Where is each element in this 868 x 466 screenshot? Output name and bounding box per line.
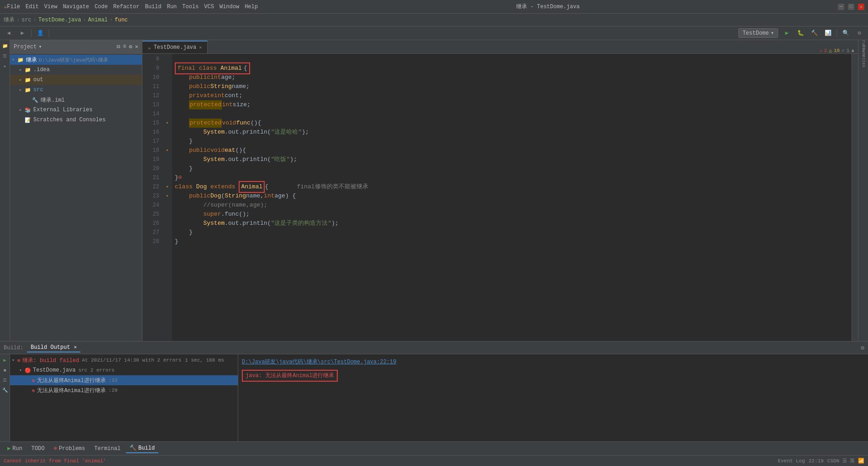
collapse-all-icon[interactable]: ⊟ <box>117 43 120 50</box>
breadcrumb-method[interactable]: func <box>115 17 128 23</box>
favorites-tool-icon[interactable]: Favorites <box>859 52 868 60</box>
menu-vcs[interactable]: VCS <box>204 4 214 10</box>
file-error-icon: 🔴 <box>25 368 31 373</box>
code-line-14 <box>172 109 852 119</box>
build-output-panel: D:\Java研发\java代码\继承\src\TestDome.java:22… <box>238 354 868 441</box>
run-config-label: TestDome <box>743 30 769 36</box>
folder-icon-src: 📁 <box>25 87 32 93</box>
menu-bar[interactable]: File Edit View Navigate Code Refactor Bu… <box>7 4 258 10</box>
code-content[interactable]: final class Animal { public int age; pub… <box>172 54 852 341</box>
tree-item-scratches[interactable]: 📝 Scratches and Consoles <box>10 115 142 125</box>
title-bar-left: ☕ <box>4 3 7 10</box>
tab-build[interactable]: 🔨 Build <box>126 444 158 453</box>
menu-build[interactable]: Build <box>145 4 162 10</box>
user-button[interactable]: 👤 <box>35 28 45 38</box>
build-tree-item-error2[interactable]: ⊗ 无法从最终Animal进行继承 :29 <box>10 385 238 395</box>
menu-code[interactable]: Code <box>94 4 108 10</box>
stop-build-icon[interactable]: ■ <box>1 366 9 374</box>
settings-button[interactable]: ⚙ <box>854 28 864 38</box>
left-activity-bar: 📁 ☰ ★ <box>0 40 10 341</box>
coverage-button[interactable]: 📊 <box>823 28 833 38</box>
build-settings-icon[interactable]: ⚙ <box>861 344 864 352</box>
close-panel-icon[interactable]: ✕ <box>135 43 138 50</box>
code-line-23: public Dog(String name,int age) { <box>172 192 852 201</box>
back-button[interactable]: ◀ <box>4 28 14 38</box>
run-config-dropdown[interactable]: TestDome ▾ <box>738 28 778 38</box>
hint-count: 1 <box>847 48 850 53</box>
code-line-16: System.out.println("这是哈哈"); <box>172 128 852 137</box>
minimize-button[interactable]: — <box>838 4 844 10</box>
todo-tab-label: TODO <box>31 445 45 452</box>
editor-tab-testdome[interactable]: ☕ TestDome.java ✕ <box>142 41 208 53</box>
debug-button[interactable]: 🐛 <box>795 28 805 38</box>
breadcrumb-src[interactable]: src <box>21 17 31 23</box>
menu-window[interactable]: Window <box>220 4 239 10</box>
maximize-button[interactable]: □ <box>848 4 854 10</box>
search-button[interactable]: 🔍 <box>841 28 851 38</box>
tree-item-src[interactable]: ▸ 📁 src <box>10 85 142 95</box>
run-tab-icon: ▶ <box>7 445 10 452</box>
output-file-path[interactable]: D:\Java研发\java代码\继承\src\TestDome.java:22… <box>242 359 396 365</box>
bottom-tab-bar: Build: Build Output × ⚙ <box>0 342 868 354</box>
breadcrumb-project[interactable]: 继承 <box>4 16 15 24</box>
title-bar: ☕ File Edit View Navigate Code Refactor … <box>0 0 868 14</box>
project-icon[interactable]: 📁 <box>1 42 9 50</box>
tree-item-iml[interactable]: 🔧 继承.iml <box>10 95 142 105</box>
code-line-18: public void eat(){ <box>172 146 852 155</box>
output-path-line[interactable]: D:\Java研发\java代码\继承\src\TestDome.java:22… <box>242 358 864 366</box>
menu-view[interactable]: View <box>44 4 58 10</box>
menu-run[interactable]: Run <box>167 4 177 10</box>
code-line-15: protected void func(){ <box>172 119 852 128</box>
build-tree-item-error1[interactable]: ⊗ 无法从最终Animal进行继承 :22 <box>10 375 238 385</box>
menu-edit[interactable]: Edit <box>26 4 39 10</box>
tree-item-root[interactable]: ▾ 📁 继承 D:\Java研发\java代码\继承 <box>10 55 142 65</box>
structure-icon[interactable]: ☰ <box>1 52 9 60</box>
bookmarks-icon[interactable]: ★ <box>1 62 9 70</box>
bottom-tool-tabs: ▶ Run TODO ⊗ Problems Terminal 🔨 Build <box>0 441 868 455</box>
menu-tools[interactable]: Tools <box>182 4 199 10</box>
tab-close-icon[interactable]: ✕ <box>199 45 202 50</box>
tab-run[interactable]: ▶ Run <box>4 444 26 453</box>
build-button[interactable]: 🔨 <box>809 28 819 38</box>
menu-navigate[interactable]: Navigate <box>63 4 89 10</box>
tab-todo[interactable]: TODO <box>28 445 48 453</box>
java-file-icon: ☕ <box>148 45 151 51</box>
separator-3 <box>837 29 837 37</box>
rerun-build-icon[interactable]: ▶ <box>1 356 9 364</box>
build-tree-item-root[interactable]: ▾ ⊗ 继承: build failed At 2021/11/17 14:30… <box>10 355 238 365</box>
code-line-8 <box>172 55 852 64</box>
output-error-box: java: 无法从最终Animal进行继承 <box>242 370 338 382</box>
build-tree-item-file[interactable]: ▾ 🔴 TestDome.java src 2 errors <box>10 365 238 375</box>
settings-icon[interactable]: ≡ <box>123 43 126 50</box>
folder-icon-out: 📁 <box>25 77 32 83</box>
bottom-content: ▶ ■ ☰ 🔧 ▾ ⊗ 继承: build failed At 2021/11/… <box>0 354 868 441</box>
gear-icon[interactable]: ⚙ <box>129 43 132 50</box>
forward-button[interactable]: ▶ <box>17 28 27 38</box>
build-failed-label: 继承: build failed <box>22 357 79 364</box>
build-output-tab[interactable]: Build Output × <box>27 343 80 352</box>
wrench-build-icon[interactable]: 🔧 <box>1 386 9 394</box>
tab-terminal[interactable]: Terminal <box>91 445 125 453</box>
breadcrumb-file[interactable]: TestDome.java <box>38 17 81 23</box>
tree-label-iml: 继承.iml <box>41 96 65 104</box>
menu-help[interactable]: Help <box>245 4 258 10</box>
filter-build-icon[interactable]: ☰ <box>1 376 9 384</box>
tree-item-out[interactable]: ▸ 📁 out <box>10 75 142 85</box>
menu-file[interactable]: File <box>7 4 20 10</box>
build-tab-icon: 🔨 <box>130 445 136 451</box>
tree-item-idea[interactable]: ▸ 📁 .idea <box>10 65 142 75</box>
bottom-panel: Build: Build Output × ⚙ ▶ ■ ☰ 🔧 ▾ ⊗ 继承: … <box>0 341 868 441</box>
warning-count: 16 <box>834 48 840 53</box>
run-button[interactable]: ▶ <box>782 28 792 38</box>
close-button[interactable]: ✕ <box>858 4 864 10</box>
project-dropdown-arrow[interactable]: ▾ <box>38 43 42 50</box>
build-output-close-icon[interactable]: × <box>74 345 77 350</box>
event-log-label[interactable]: Event Log <box>778 458 805 464</box>
breadcrumb-class[interactable]: Animal <box>88 17 108 23</box>
editor-scrollbar[interactable] <box>852 54 858 341</box>
tab-problems[interactable]: ⊗ Problems <box>50 444 89 453</box>
tree-item-ext-libs[interactable]: ▸ 📚 External Libraries <box>10 105 142 115</box>
main-area: 📁 ☰ ★ Project ▾ ⊟ ≡ ⚙ ✕ ▾ 📁 继承 D:\Java研发… <box>0 40 868 341</box>
window-controls[interactable]: — □ ✕ <box>838 4 864 10</box>
menu-refactor[interactable]: Refactor <box>113 4 140 10</box>
